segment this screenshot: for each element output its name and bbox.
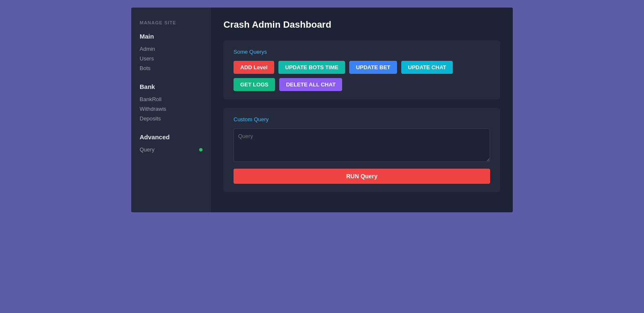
sidebar-section-main: Main Admin Users Bots — [140, 33, 203, 73]
custom-query-label: Custom Query — [234, 116, 490, 123]
some-queries-card: Some Querys ADD Level UPDATE BOTS TIME U… — [223, 40, 500, 99]
sidebar-item-bankroll[interactable]: BankRoll — [140, 94, 203, 104]
update-bots-time-button[interactable]: UPDATE BOTS TIME — [278, 61, 345, 74]
sidebar-section-title-bank: Bank — [140, 83, 203, 90]
sidebar: MANAGE SITE Main Admin Users Bots Bank B… — [131, 8, 211, 212]
sidebar-item-query[interactable]: Query — [140, 145, 203, 154]
page-title: Crash Admin Dashboard — [223, 19, 500, 30]
sidebar-item-users[interactable]: Users — [140, 54, 203, 63]
update-chat-button[interactable]: UPDATE CHAT — [401, 61, 453, 74]
queries-button-row: ADD Level UPDATE BOTS TIME UPDATE BET UP… — [234, 61, 490, 91]
sidebar-item-bots[interactable]: Bots — [140, 63, 203, 73]
run-query-button[interactable]: RUN Query — [234, 169, 490, 184]
some-queries-label: Some Querys — [234, 49, 490, 55]
query-status-dot — [199, 148, 203, 151]
sidebar-section-title-advanced: Advanced — [140, 133, 203, 141]
sidebar-section-title-main: Main — [140, 33, 203, 40]
update-bet-button[interactable]: UPDATE BET — [349, 61, 397, 74]
add-level-button[interactable]: ADD Level — [234, 61, 274, 74]
sidebar-item-deposits[interactable]: Deposits — [140, 114, 203, 123]
sidebar-item-withdrawis[interactable]: Withdrawis — [140, 104, 203, 114]
manage-site-label: MANAGE SITE — [140, 20, 203, 25]
sidebar-item-admin[interactable]: Admin — [140, 44, 203, 54]
main-container: MANAGE SITE Main Admin Users Bots Bank B… — [131, 8, 513, 212]
query-textarea[interactable] — [234, 128, 490, 162]
sidebar-section-bank: Bank BankRoll Withdrawis Deposits — [140, 83, 203, 123]
custom-query-card: Custom Query RUN Query — [223, 108, 500, 192]
main-content: Crash Admin Dashboard Some Querys ADD Le… — [211, 8, 513, 212]
get-logs-button[interactable]: GET LOGS — [234, 78, 275, 91]
delete-all-chat-button[interactable]: DELETE ALL CHAT — [279, 78, 342, 91]
sidebar-section-advanced: Advanced Query — [140, 133, 203, 154]
